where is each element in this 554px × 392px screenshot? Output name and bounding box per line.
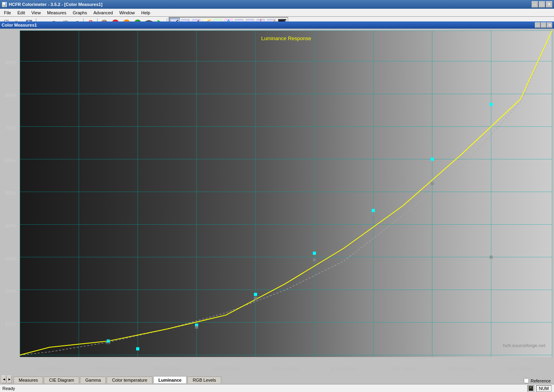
reference-checkbox-area: Reference <box>524 378 551 383</box>
datapoint-70 <box>372 209 375 212</box>
title-bar-left: 📊 HCFR Colorimeter - 3.5.2 - [Color Meas… <box>2 2 102 7</box>
svg-rect-92 <box>531 387 532 388</box>
svg-rect-90 <box>529 389 533 390</box>
svg-rect-41 <box>267 19 275 21</box>
status-icon <box>527 385 534 392</box>
menu-edit[interactable]: Edit <box>14 10 28 16</box>
inner-title-bar: Color Measures1 ─ □ ✕ <box>0 21 554 29</box>
status-right: NUM <box>527 385 552 392</box>
close-button[interactable]: ✕ <box>546 1 552 8</box>
svg-rect-22 <box>181 19 189 21</box>
svg-text:10% White: 10% White <box>36 365 63 372</box>
status-bar: Ready NUM <box>0 384 554 392</box>
svg-text:80% White: 80% White <box>448 365 475 372</box>
chart-window: 10% 20% 30% 40% 50% 60% 70% 80% 90% 10% … <box>0 29 554 392</box>
datapoint-20 <box>107 340 110 343</box>
title-bar-controls: ─ □ ✕ <box>532 1 552 8</box>
inner-minimize-button[interactable]: ─ <box>535 22 540 28</box>
inner-title-controls: ─ □ ✕ <box>535 22 552 28</box>
tab-colortemp[interactable]: Color temperature <box>107 376 152 383</box>
svg-text:40%: 40% <box>5 223 16 229</box>
datapoint-30 <box>136 347 139 350</box>
menu-file[interactable]: File <box>1 10 14 16</box>
svg-text:90%: 90% <box>5 59 16 66</box>
svg-rect-91 <box>530 387 531 388</box>
reference-checkbox[interactable] <box>524 378 529 383</box>
inner-maximize-button[interactable]: □ <box>541 22 546 28</box>
tab-scroll-right[interactable]: ► <box>7 375 12 383</box>
svg-text:50%: 50% <box>5 190 16 196</box>
datapoint-50 <box>254 293 257 296</box>
svg-text:70%: 70% <box>5 124 16 131</box>
chart-area: 10% 20% 30% 40% 50% 60% 70% 80% 90% 10% … <box>0 29 554 373</box>
svg-text:20% White: 20% White <box>95 365 122 372</box>
menu-advanced[interactable]: Advanced <box>90 10 116 16</box>
tab-rgblevels[interactable]: RGB Levels <box>187 376 221 383</box>
menu-view[interactable]: View <box>28 10 44 16</box>
title-bar: 📊 HCFR Colorimeter - 3.5.2 - [Color Meas… <box>0 0 554 9</box>
refpoint-40 <box>195 326 198 329</box>
tab-scroll-left[interactable]: ◄ <box>2 375 6 383</box>
svg-text:80%: 80% <box>5 92 16 98</box>
status-text: Ready <box>2 386 15 391</box>
menu-bar: File Edit View Measures Graphs Advanced … <box>0 9 554 17</box>
chart-svg: 10% 20% 30% 40% 50% 60% 70% 80% 90% 10% … <box>0 29 554 373</box>
title-text: HCFR Colorimeter - 3.5.2 - [Color Measur… <box>9 2 102 7</box>
svg-text:40% White: 40% White <box>213 365 240 372</box>
watermark: hcfr.sourceforge.net <box>503 343 546 349</box>
tab-cie[interactable]: CIE Diagram <box>44 376 79 383</box>
svg-text:20%: 20% <box>5 288 16 294</box>
menu-measures[interactable]: Measures <box>44 10 69 16</box>
menu-graphs[interactable]: Graphs <box>70 10 90 16</box>
svg-text:30% White: 30% White <box>154 365 181 372</box>
inner-close-button[interactable]: ✕ <box>547 22 552 28</box>
inner-window-title: Color Measures1 <box>2 23 37 27</box>
svg-rect-28 <box>214 19 222 21</box>
menu-help[interactable]: Help <box>138 10 154 16</box>
datapoint-60 <box>313 252 316 255</box>
refpoint-80 <box>431 182 434 185</box>
menu-window[interactable]: Window <box>116 10 138 16</box>
svg-rect-33 <box>235 19 243 21</box>
datapoint-80 <box>431 158 434 161</box>
svg-text:70% White: 70% White <box>389 365 416 372</box>
refpoint-90 <box>490 256 493 259</box>
refpoint-50 <box>254 297 257 300</box>
maximize-button[interactable]: □ <box>539 1 545 8</box>
app-icon: 📊 <box>2 2 7 7</box>
datapoint-90 <box>490 103 493 106</box>
minimize-button[interactable]: ─ <box>532 1 538 8</box>
refpoint-60 <box>313 258 316 262</box>
svg-text:60%: 60% <box>5 157 16 163</box>
refpoint-70 <box>372 216 375 219</box>
tab-bar: ◄ ► Measures CIE Diagram Gamma Color tem… <box>0 373 554 383</box>
svg-rect-35 <box>246 19 254 21</box>
svg-text:60% White: 60% White <box>330 365 357 372</box>
num-panel: NUM <box>536 385 552 392</box>
svg-text:30%: 30% <box>5 255 16 262</box>
tab-gamma[interactable]: Gamma <box>80 376 106 383</box>
reference-label: Reference <box>531 378 551 383</box>
svg-text:90% White: 90% White <box>507 365 534 372</box>
svg-text:50% White: 50% White <box>271 365 298 372</box>
svg-text:10%: 10% <box>5 320 16 327</box>
tab-luminance[interactable]: Luminance <box>153 376 187 383</box>
tab-measures[interactable]: Measures <box>14 376 43 383</box>
main-content: Color Measures1 ─ □ ✕ <box>0 21 554 392</box>
chart-title: Luminance Response <box>261 35 311 41</box>
svg-rect-48 <box>20 31 552 357</box>
